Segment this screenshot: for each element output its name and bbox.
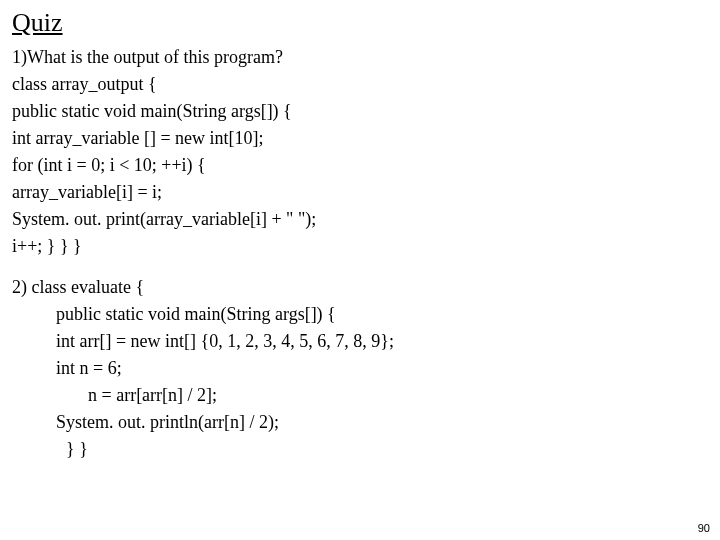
q1-code-line: System. out. print(array_variable[i] + "… [12,206,708,233]
page-number: 90 [698,522,710,534]
q1-code-line: int array_variable [] = new int[10]; [12,125,708,152]
q2-code-line: } } [12,436,708,463]
question-1: 1)What is the output of this program? cl… [12,44,708,260]
q1-code-line: class array_output { [12,71,708,98]
q1-code-line: array_variable[i] = i; [12,179,708,206]
q1-code-line: for (int i = 0; i < 10; ++i) { [12,152,708,179]
q2-code-line: int arr[] = new int[] {0, 1, 2, 3, 4, 5,… [12,328,708,355]
q2-code-line: public static void main(String args[]) { [12,301,708,328]
question-2: 2) class evaluate { public static void m… [12,274,708,463]
q1-code-line: public static void main(String args[]) { [12,98,708,125]
page-title: Quiz [12,8,708,38]
q2-code-line: System. out. println(arr[n] / 2); [12,409,708,436]
q2-code-line: int n = 6; [12,355,708,382]
q2-code-line: 2) class evaluate { [12,274,708,301]
q1-prompt: 1)What is the output of this program? [12,44,708,71]
q2-code-line: n = arr[arr[n] / 2]; [12,382,708,409]
q1-code-line: i++; } } } [12,233,708,260]
